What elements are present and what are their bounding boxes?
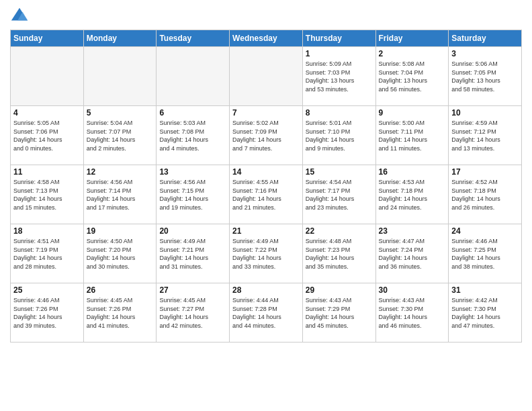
day-cell: 3Sunrise: 5:06 AM Sunset: 7:05 PM Daylig… [449, 47, 522, 106]
day-info: Sunrise: 4:55 AM Sunset: 7:16 PM Dayligh… [232, 178, 300, 212]
day-number: 20 [159, 226, 226, 236]
day-number: 8 [306, 108, 373, 118]
day-cell: 12Sunrise: 4:56 AM Sunset: 7:14 PM Dayli… [83, 165, 157, 224]
week-row-3: 11Sunrise: 4:58 AM Sunset: 7:13 PM Dayli… [11, 165, 522, 224]
day-info: Sunrise: 5:04 AM Sunset: 7:07 PM Dayligh… [87, 119, 154, 152]
weekday-header-sunday: Sunday [11, 30, 84, 47]
day-info: Sunrise: 4:58 AM Sunset: 7:13 PM Dayligh… [13, 178, 81, 212]
day-number: 15 [306, 167, 373, 177]
day-number: 2 [379, 49, 446, 58]
day-cell: 9Sunrise: 5:00 AM Sunset: 7:11 PM Daylig… [375, 106, 449, 165]
week-row-2: 4Sunrise: 5:05 AM Sunset: 7:06 PM Daylig… [11, 106, 522, 165]
day-number: 19 [87, 226, 154, 236]
day-cell [11, 47, 84, 106]
day-info: Sunrise: 4:49 AM Sunset: 7:22 PM Dayligh… [232, 237, 300, 271]
day-info: Sunrise: 5:01 AM Sunset: 7:10 PM Dayligh… [306, 119, 373, 152]
day-cell: 10Sunrise: 4:59 AM Sunset: 7:12 PM Dayli… [449, 106, 522, 165]
day-cell: 22Sunrise: 4:48 AM Sunset: 7:23 PM Dayli… [302, 224, 375, 283]
day-number: 16 [379, 167, 446, 177]
day-number: 23 [379, 226, 446, 236]
weekday-header-wednesday: Wednesday [230, 30, 303, 47]
day-info: Sunrise: 5:03 AM Sunset: 7:08 PM Dayligh… [159, 119, 226, 152]
day-number: 31 [451, 285, 519, 295]
day-number: 5 [87, 108, 154, 118]
page: SundayMondayTuesdayWednesdayThursdayFrid… [0, 0, 532, 411]
day-cell: 5Sunrise: 5:04 AM Sunset: 7:07 PM Daylig… [83, 106, 157, 165]
day-cell: 8Sunrise: 5:01 AM Sunset: 7:10 PM Daylig… [302, 106, 375, 165]
day-info: Sunrise: 4:49 AM Sunset: 7:21 PM Dayligh… [159, 237, 226, 271]
day-info: Sunrise: 4:56 AM Sunset: 7:14 PM Dayligh… [87, 178, 154, 212]
day-cell: 28Sunrise: 4:44 AM Sunset: 7:28 PM Dayli… [230, 283, 303, 342]
day-number: 1 [306, 49, 373, 58]
day-info: Sunrise: 4:43 AM Sunset: 7:29 PM Dayligh… [306, 296, 373, 330]
day-info: Sunrise: 4:59 AM Sunset: 7:12 PM Dayligh… [451, 119, 519, 152]
day-info: Sunrise: 4:42 AM Sunset: 7:30 PM Dayligh… [451, 296, 519, 330]
day-number: 7 [232, 108, 300, 118]
day-cell: 16Sunrise: 4:53 AM Sunset: 7:18 PM Dayli… [375, 165, 449, 224]
day-number: 21 [232, 226, 300, 236]
weekday-header-monday: Monday [83, 30, 157, 47]
day-cell: 25Sunrise: 4:46 AM Sunset: 7:26 PM Dayli… [11, 283, 84, 342]
day-cell: 26Sunrise: 4:45 AM Sunset: 7:26 PM Dayli… [83, 283, 157, 342]
day-cell: 1Sunrise: 5:09 AM Sunset: 7:03 PM Daylig… [302, 47, 375, 106]
day-info: Sunrise: 4:50 AM Sunset: 7:20 PM Dayligh… [87, 237, 154, 271]
day-number: 28 [232, 285, 300, 295]
day-number: 9 [379, 108, 446, 118]
generalblue-logo-icon [10, 7, 29, 26]
day-number: 25 [13, 285, 81, 295]
day-cell: 24Sunrise: 4:46 AM Sunset: 7:25 PM Dayli… [449, 224, 522, 283]
day-info: Sunrise: 4:43 AM Sunset: 7:30 PM Dayligh… [379, 296, 446, 330]
day-cell: 23Sunrise: 4:47 AM Sunset: 7:24 PM Dayli… [375, 224, 449, 283]
day-number: 6 [159, 108, 226, 118]
day-cell: 19Sunrise: 4:50 AM Sunset: 7:20 PM Dayli… [83, 224, 157, 283]
week-row-5: 25Sunrise: 4:46 AM Sunset: 7:26 PM Dayli… [11, 283, 522, 342]
day-info: Sunrise: 4:52 AM Sunset: 7:18 PM Dayligh… [451, 178, 519, 212]
day-cell: 13Sunrise: 4:56 AM Sunset: 7:15 PM Dayli… [157, 165, 230, 224]
day-info: Sunrise: 5:00 AM Sunset: 7:11 PM Dayligh… [379, 119, 446, 152]
day-number: 30 [379, 285, 446, 295]
week-row-1: 1Sunrise: 5:09 AM Sunset: 7:03 PM Daylig… [11, 47, 522, 106]
weekday-row: SundayMondayTuesdayWednesdayThursdayFrid… [11, 30, 522, 47]
day-info: Sunrise: 4:47 AM Sunset: 7:24 PM Dayligh… [379, 237, 446, 271]
day-cell: 14Sunrise: 4:55 AM Sunset: 7:16 PM Dayli… [230, 165, 303, 224]
weekday-header-tuesday: Tuesday [157, 30, 230, 47]
day-number: 27 [159, 285, 226, 295]
calendar-body: 1Sunrise: 5:09 AM Sunset: 7:03 PM Daylig… [11, 47, 522, 342]
header [10, 7, 522, 26]
day-cell: 15Sunrise: 4:54 AM Sunset: 7:17 PM Dayli… [302, 165, 375, 224]
day-info: Sunrise: 4:45 AM Sunset: 7:27 PM Dayligh… [159, 296, 226, 330]
day-info: Sunrise: 4:56 AM Sunset: 7:15 PM Dayligh… [159, 178, 226, 212]
day-info: Sunrise: 5:08 AM Sunset: 7:04 PM Dayligh… [379, 60, 446, 93]
day-cell [230, 47, 303, 106]
day-info: Sunrise: 4:51 AM Sunset: 7:19 PM Dayligh… [13, 237, 81, 271]
day-cell: 11Sunrise: 4:58 AM Sunset: 7:13 PM Dayli… [11, 165, 84, 224]
calendar-header: SundayMondayTuesdayWednesdayThursdayFrid… [11, 30, 522, 47]
day-info: Sunrise: 4:46 AM Sunset: 7:26 PM Dayligh… [13, 296, 81, 330]
day-cell: 2Sunrise: 5:08 AM Sunset: 7:04 PM Daylig… [375, 47, 449, 106]
day-number: 29 [306, 285, 373, 295]
day-number: 11 [13, 167, 81, 177]
day-cell: 21Sunrise: 4:49 AM Sunset: 7:22 PM Dayli… [230, 224, 303, 283]
weekday-header-saturday: Saturday [449, 30, 522, 47]
day-info: Sunrise: 4:46 AM Sunset: 7:25 PM Dayligh… [451, 237, 519, 271]
day-cell: 6Sunrise: 5:03 AM Sunset: 7:08 PM Daylig… [157, 106, 230, 165]
day-number: 3 [451, 49, 519, 58]
day-info: Sunrise: 4:44 AM Sunset: 7:28 PM Dayligh… [232, 296, 300, 330]
day-number: 17 [451, 167, 519, 177]
day-cell: 27Sunrise: 4:45 AM Sunset: 7:27 PM Dayli… [157, 283, 230, 342]
day-cell [83, 47, 157, 106]
day-info: Sunrise: 4:48 AM Sunset: 7:23 PM Dayligh… [306, 237, 373, 271]
weekday-header-friday: Friday [375, 30, 449, 47]
day-number: 22 [306, 226, 373, 236]
weekday-header-thursday: Thursday [302, 30, 375, 47]
day-cell: 7Sunrise: 5:02 AM Sunset: 7:09 PM Daylig… [230, 106, 303, 165]
day-cell: 30Sunrise: 4:43 AM Sunset: 7:30 PM Dayli… [375, 283, 449, 342]
day-info: Sunrise: 5:06 AM Sunset: 7:05 PM Dayligh… [451, 60, 519, 93]
day-cell: 17Sunrise: 4:52 AM Sunset: 7:18 PM Dayli… [449, 165, 522, 224]
day-cell: 31Sunrise: 4:42 AM Sunset: 7:30 PM Dayli… [449, 283, 522, 342]
day-cell: 29Sunrise: 4:43 AM Sunset: 7:29 PM Dayli… [302, 283, 375, 342]
day-number: 13 [159, 167, 226, 177]
day-info: Sunrise: 4:53 AM Sunset: 7:18 PM Dayligh… [379, 178, 446, 212]
day-number: 18 [13, 226, 81, 236]
day-number: 26 [87, 285, 154, 295]
